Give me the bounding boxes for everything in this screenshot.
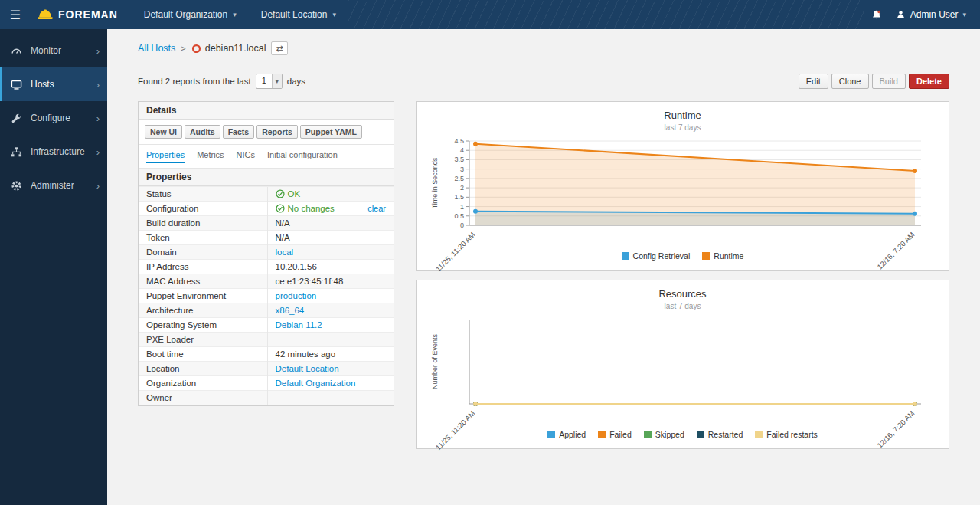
- property-value: [267, 333, 394, 347]
- notifications-bell-icon[interactable]: [864, 0, 890, 29]
- property-row: TokenN/A: [139, 231, 394, 245]
- property-row: Owner: [139, 391, 394, 405]
- sidebar-item-label: Configure: [31, 113, 96, 123]
- clear-link[interactable]: clear: [368, 204, 386, 213]
- clone-button[interactable]: Clone: [831, 74, 869, 89]
- properties-section-title: Properties: [139, 169, 394, 186]
- sidebar-item-label: Infrastructure: [31, 146, 96, 157]
- sidebar-item-configure[interactable]: Configure›: [0, 101, 107, 135]
- foreman-logo-hardhat-icon: [37, 8, 54, 21]
- property-value[interactable]: Default Organization: [267, 376, 394, 391]
- legend-swatch: [547, 431, 555, 438]
- breadcrumb-separator: >: [181, 44, 185, 53]
- property-label: Puppet Environment: [139, 289, 267, 303]
- property-value: N/A: [267, 231, 394, 245]
- property-label: IP Address: [139, 260, 267, 274]
- reports-count-text: Found 2 reports from the last 1 ▾ days: [138, 74, 305, 89]
- property-value-link[interactable]: production: [276, 291, 317, 300]
- property-value[interactable]: Debian 11.2: [267, 318, 394, 333]
- puppet-yaml-button[interactable]: Puppet YAML: [300, 125, 362, 139]
- details-tabs: PropertiesMetricsNICsInitial configurati…: [139, 145, 394, 169]
- caret-down-icon: ▾: [962, 11, 966, 18]
- properties-table-body: StatusOKConfigurationNo changesclearBuil…: [139, 187, 394, 405]
- tab-initial-configuration[interactable]: Initial configuration: [267, 150, 338, 163]
- host-name: debian11.local: [205, 43, 266, 54]
- legend-swatch: [702, 252, 710, 260]
- property-value: 42 minutes ago: [267, 347, 394, 362]
- property-row: IP Address10.20.1.56: [139, 260, 394, 274]
- property-value-link[interactable]: Default Organization: [276, 379, 356, 388]
- location-selector[interactable]: Default Location ▾: [249, 0, 348, 29]
- user-menu[interactable]: Admin User ▾: [890, 0, 980, 29]
- configure-icon: [11, 113, 24, 124]
- legend-item-applied[interactable]: Applied: [547, 430, 586, 439]
- legend-item-config-retrieval[interactable]: Config Retrieval: [622, 251, 691, 261]
- property-value: No changesclear: [267, 202, 394, 216]
- property-row: Domainlocal: [139, 245, 394, 260]
- svg-text:3: 3: [459, 166, 463, 173]
- property-value-link[interactable]: Default Location: [276, 364, 339, 373]
- property-value-link[interactable]: Debian 11.2: [276, 320, 322, 330]
- delete-button[interactable]: Delete: [909, 74, 949, 89]
- edit-button[interactable]: Edit: [799, 74, 828, 89]
- property-value: ce:e1:23:45:1f:48: [267, 274, 394, 289]
- all-hosts-link[interactable]: All Hosts: [138, 43, 175, 54]
- property-row: Operating SystemDebian 11.2: [139, 318, 394, 333]
- property-value-link[interactable]: x86_64: [276, 306, 305, 315]
- hosts-icon: [11, 79, 24, 90]
- facts-button[interactable]: Facts: [223, 125, 254, 139]
- organization-selector[interactable]: Default Organization ▾: [132, 0, 249, 29]
- caret-down-icon: ▾: [233, 11, 237, 18]
- audits-button[interactable]: Audits: [185, 125, 220, 139]
- sidebar-item-label: Hosts: [31, 79, 96, 90]
- legend-item-failed-restarts[interactable]: Failed restarts: [755, 430, 818, 439]
- svg-text:2: 2: [459, 184, 463, 192]
- legend-item-failed[interactable]: Failed: [598, 430, 632, 439]
- property-value[interactable]: Default Location: [267, 362, 394, 376]
- user-name: Admin User: [910, 9, 959, 20]
- legend-item-runtime[interactable]: Runtime: [702, 251, 743, 261]
- property-label: Operating System: [139, 318, 267, 333]
- brand-text: FOREMAN: [58, 8, 118, 21]
- build-button[interactable]: Build: [872, 74, 906, 89]
- runtime-chart-legend: Config RetrievalRuntime: [423, 251, 942, 261]
- new-ui-button[interactable]: New UI: [145, 125, 182, 139]
- sidebar-item-infrastructure[interactable]: Infrastructure›: [0, 135, 107, 169]
- charts-column: Runtime last 7 days 00.511.522.533.544.5…: [416, 101, 949, 449]
- property-value: N/A: [267, 216, 394, 231]
- runtime-chart-card: Runtime last 7 days 00.511.522.533.544.5…: [416, 101, 949, 271]
- hamburger-menu-button[interactable]: ☰: [0, 0, 31, 29]
- legend-swatch: [697, 431, 704, 438]
- property-label: Token: [139, 231, 267, 245]
- property-row: MAC Addressce:e1:23:45:1f:48: [139, 274, 394, 289]
- property-value: [267, 391, 394, 405]
- tab-nics[interactable]: NICs: [237, 150, 255, 163]
- sidebar-item-administer[interactable]: Administer›: [0, 169, 107, 202]
- resources-chart-legend: AppliedFailedSkippedRestartedFailed rest…: [423, 430, 942, 439]
- reports-button[interactable]: Reports: [256, 125, 298, 139]
- property-row: LocationDefault Location: [139, 362, 394, 376]
- svg-text:0: 0: [459, 221, 463, 229]
- property-value[interactable]: production: [267, 289, 394, 303]
- tab-metrics[interactable]: Metrics: [197, 150, 224, 163]
- details-card-title: Details: [139, 102, 394, 120]
- legend-item-restarted[interactable]: Restarted: [697, 430, 743, 439]
- sidebar-item-monitor[interactable]: Monitor›: [0, 34, 107, 67]
- days-select[interactable]: 1 ▾: [256, 74, 283, 89]
- property-row: Boot time42 minutes ago: [139, 347, 394, 362]
- svg-text:4: 4: [459, 146, 463, 154]
- property-value[interactable]: local: [267, 245, 394, 260]
- legend-swatch: [622, 252, 629, 260]
- chevron-right-icon: ›: [96, 79, 100, 90]
- sidebar: Monitor›Hosts›Configure›Infrastructure›A…: [0, 29, 107, 505]
- tab-properties[interactable]: Properties: [146, 150, 185, 163]
- property-value-link[interactable]: local: [276, 248, 294, 257]
- sidebar-item-hosts[interactable]: Hosts›: [0, 67, 107, 101]
- infrastructure-icon: [11, 146, 24, 158]
- monitor-icon: [11, 45, 24, 57]
- host-switcher-button[interactable]: ⇄: [271, 41, 287, 55]
- property-value[interactable]: x86_64: [267, 303, 394, 318]
- legend-item-skipped[interactable]: Skipped: [644, 430, 684, 439]
- svg-text:Time in Seconds: Time in Seconds: [431, 157, 439, 208]
- legend-swatch: [644, 431, 652, 438]
